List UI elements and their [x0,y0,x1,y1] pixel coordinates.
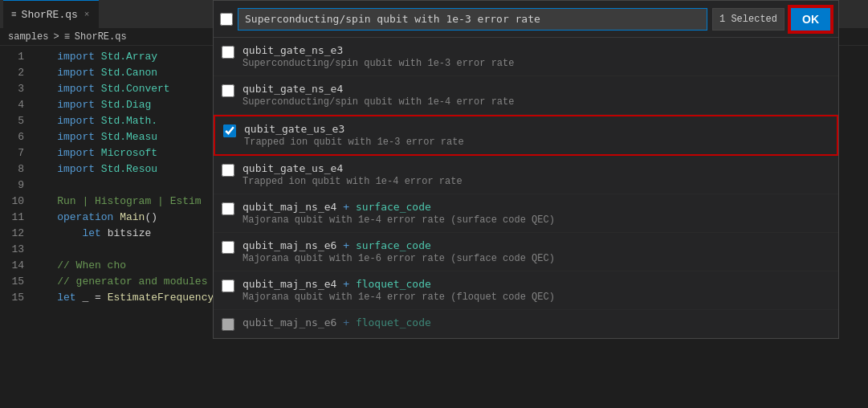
item-name: qubit_gate_ns_e3 [242,44,514,56]
list-item[interactable]: qubit_gate_us_e4Trapped ion qubit with 1… [214,156,838,194]
item-checkbox[interactable] [222,202,234,215]
item-checkbox[interactable] [222,84,234,97]
list-item[interactable]: qubit_gate_ns_e3Superconducting/spin qub… [214,38,838,76]
item-name: qubit_gate_us_e4 [242,162,463,174]
list-item[interactable]: qubit_gate_ns_e4Superconducting/spin qub… [214,76,838,115]
item-checkbox[interactable] [223,124,236,137]
item-description: Trapped ion qubit with 1e-4 error rate [242,176,463,187]
target-profile-list[interactable]: qubit_gate_ns_e3Superconducting/spin qub… [214,38,838,338]
item-name: qubit_maj_ns_e4 + surface_code [242,201,555,213]
item-name: qubit_gate_us_e3 [244,123,464,135]
target-profile-picker: 1 Selected OK qubit_gate_ns_e3Supercondu… [213,0,839,339]
list-item[interactable]: qubit_maj_ns_e4 + surface_codeMajorana q… [214,194,838,233]
item-description: Superconducting/spin qubit with 1e-4 err… [242,96,514,108]
search-input[interactable] [238,8,707,31]
item-description: Majorana qubit with 1e-6 error rate (sur… [242,253,555,264]
editor-tab[interactable]: ≡ ShorRE.qs × [3,0,99,28]
breadcrumb-path[interactable]: samples [8,31,48,43]
item-checkbox[interactable] [222,318,234,331]
item-description: Majorana qubit with 1e-4 error rate (flo… [242,292,555,303]
list-item[interactable]: qubit_maj_ns_e4 + floquet_codeMajorana q… [214,271,838,310]
tab-close-button[interactable]: × [83,8,92,21]
item-name: qubit_maj_ns_e6 + floquet_code [242,316,431,328]
item-name: qubit_gate_ns_e4 [242,83,514,95]
tab-label: ShorRE.qs [22,9,78,21]
item-checkbox[interactable] [222,279,234,292]
search-row: 1 Selected OK [214,1,838,38]
item-description: Trapped ion qubit with 1e-3 error rate [244,137,464,148]
breadcrumb-file-icon: ≡ [64,31,70,43]
item-checkbox[interactable] [222,164,234,177]
file-icon: ≡ [11,10,17,19]
selected-badge: 1 Selected [712,8,784,31]
item-description: Majorana qubit with 1e-4 error rate (sur… [242,214,555,226]
breadcrumb-separator: > [53,31,59,43]
ok-button[interactable]: OK [789,6,832,32]
item-name: qubit_maj_ns_e6 + surface_code [242,239,555,251]
select-all-checkbox[interactable] [220,13,233,26]
list-item[interactable]: qubit_maj_ns_e6 + surface_codeMajorana q… [214,233,838,271]
breadcrumb-file[interactable]: ShorRE.qs [75,31,127,43]
item-checkbox[interactable] [222,46,234,59]
item-checkbox[interactable] [222,241,234,254]
list-item[interactable]: qubit_maj_ns_e6 + floquet_code [214,310,838,338]
item-description: Superconducting/spin qubit with 1e-3 err… [242,58,514,69]
line-numbers: 12345678910111213141515 [0,49,32,306]
list-item[interactable]: qubit_gate_us_e3Trapped ion qubit with 1… [214,115,838,156]
item-name: qubit_maj_ns_e4 + floquet_code [242,278,555,290]
